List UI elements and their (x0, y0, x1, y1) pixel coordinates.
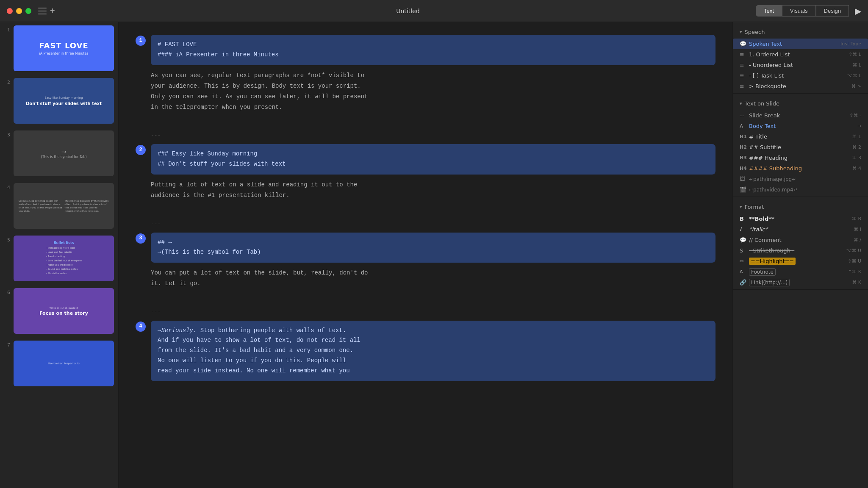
comment-label: // Comment (749, 237, 854, 243)
block-badge-4: 4 (136, 322, 146, 332)
strikethrough-icon: S (740, 247, 749, 254)
add-button[interactable]: + (50, 6, 55, 16)
sidebar-toggle-button[interactable] (38, 8, 47, 14)
footnote-shortcut: ^⌘ K (848, 269, 861, 274)
speech-section-header[interactable]: ▾ Speech (733, 27, 868, 39)
title-row[interactable]: H1 # Title ⌘ 1 (733, 131, 868, 142)
text-on-slide-header[interactable]: ▾ Text on Slide (733, 99, 868, 110)
slide-4-col-2: They'll be too distracted by the text wa… (65, 199, 109, 213)
slide-preview-5: Bullet lists – Increase cognitive load– … (14, 236, 114, 281)
body-text-2[interactable]: Putting a lot of text on a slide and rea… (136, 175, 715, 206)
subheading-row[interactable]: H4 #### Subheading ⌘ 4 (733, 163, 868, 174)
h4-icon: H4 (740, 166, 749, 171)
link-row[interactable]: 🔗 Link|(http://...) ⌘ K (733, 277, 868, 288)
body-text-3[interactable]: You can put a lot of text on the slide, … (136, 263, 715, 294)
slide-break-row[interactable]: --- Slide Break ⇧⌘ - (733, 110, 868, 121)
strikethrough-shortcut: ⌥⌘ U (846, 248, 861, 253)
blockquote-row[interactable]: ≡ > Blockquote ⌘ > (733, 81, 868, 92)
block-badge-1: 1 (136, 36, 146, 46)
slide-thumbnail-6[interactable]: 6 Write it, cut it, paste it Focus on th… (0, 285, 118, 337)
slide-thumbnail-2[interactable]: 2 Easy like Sunday morning Don't stuff y… (0, 75, 118, 127)
slide-content-3[interactable]: ## → →(This is the symbol for Tab) (151, 233, 715, 263)
slide-2-label: Easy like Sunday morning (44, 96, 83, 100)
bold-icon: B (740, 216, 749, 222)
editor-area[interactable]: 1 # FAST LOVE #### iA Presenter in three… (119, 22, 732, 488)
unordered-list-label: - Unordered List (749, 62, 852, 68)
body-text-1[interactable]: As you can see, regular text paragraphs … (136, 65, 715, 118)
subheading-shortcut: ⌘ 4 (852, 166, 862, 171)
title-shortcut: ⌘ 1 (852, 134, 862, 139)
tab-visuals[interactable]: Visuals (782, 5, 816, 17)
window-title: Untitled (64, 8, 752, 14)
slide-7-label: Use the text Inspector to (48, 362, 80, 365)
slide-number-4: 4 (4, 183, 10, 190)
tab-design[interactable]: Design (816, 5, 849, 17)
right-panel: ▾ Speech 💬 Spoken Text Just Type ≡ 1. Or… (732, 22, 868, 488)
image-icon: 🖼 (740, 176, 749, 182)
slide-number-3: 3 (4, 130, 10, 138)
task-list-row[interactable]: ≡ - [ ] Task List ⌥⌘ L (733, 70, 868, 81)
ordered-list-label: 1. Ordered List (749, 51, 849, 58)
image-label: ↵path/image.jpg↵ (749, 176, 861, 182)
slide-thumbnail-7[interactable]: 7 Use the text Inspector to (0, 337, 118, 390)
bold-row[interactable]: B **Bold** ⌘ B (733, 214, 868, 224)
slide-preview-1: FAST LOVE iA Presenter in three Minutes (14, 25, 114, 71)
ordered-list-row[interactable]: ≡ 1. Ordered List ⇧⌘ L (733, 49, 868, 60)
slide-thumbnail-3[interactable]: 3 → (This is the symbol for Tab) (0, 127, 118, 180)
slide-number-6: 6 (4, 288, 10, 295)
link-text: Link|(http://...) (749, 279, 790, 286)
slide-2-title: Don't stuff your slides with text (26, 101, 102, 106)
format-section-title: Format (745, 204, 764, 210)
slide-4-columns: Seriously. Stop bothering people with wa… (19, 199, 109, 213)
unordered-list-shortcut: ⌘ L (852, 62, 861, 68)
task-list-icon: ≡ (740, 72, 749, 79)
footnote-row[interactable]: A Footnote ^⌘ K (733, 266, 868, 277)
tab-text[interactable]: Text (756, 5, 782, 17)
slide-break-label: Slide Break (749, 112, 849, 119)
unordered-list-row[interactable]: ≡ - Unordered List ⌘ L (733, 60, 868, 70)
slide-thumbnail-4[interactable]: 4 Seriously. Stop bothering people with … (0, 180, 118, 232)
strikethrough-row[interactable]: S --Strikethrough-- ⌥⌘ U (733, 245, 868, 256)
italic-row[interactable]: I *Italic* ⌘ I (733, 224, 868, 235)
play-button[interactable]: ▶ (855, 6, 861, 16)
slide-content-2[interactable]: ### Easy like Sunday morning ## Don't st… (151, 144, 715, 175)
format-chevron-icon: ▾ (740, 204, 742, 210)
blockquote-icon: ≡ (740, 83, 749, 89)
italic-shortcut: ⌘ I (854, 227, 861, 232)
slide-content-1[interactable]: # FAST LOVE #### iA Presenter in three M… (151, 35, 715, 65)
slide-2-h3: ### Easy like Sunday morning (158, 150, 257, 157)
bold-shortcut: ⌘ B (852, 216, 861, 222)
subtitle-row[interactable]: H2 ## Subtitle ⌘ 2 (733, 142, 868, 152)
body-text-row[interactable]: A Body Text → (733, 121, 868, 131)
slide-number-2: 2 (4, 78, 10, 85)
toolbar-tabs: Text Visuals Design ▶ (756, 5, 861, 17)
comment-shortcut: ⌘ / (854, 237, 861, 243)
video-row[interactable]: 🎬 ↵path/video.mp4↵ (733, 184, 868, 195)
slide-thumbnail-5[interactable]: 5 Bullet lists – Increase cognitive load… (0, 232, 118, 285)
close-button[interactable] (7, 8, 13, 14)
text-on-slide-title: Text on Slide (745, 100, 779, 107)
minimize-button[interactable] (16, 8, 22, 14)
footnote-icon: A (740, 269, 749, 274)
slide-1-h4: #### iA Presenter in three Minutes (158, 51, 279, 58)
slide-6-label: Write it, cut it, paste it (50, 306, 78, 309)
slide-break-shortcut: ⇧⌘ - (849, 113, 861, 118)
highlight-label: ==Highlight== (749, 258, 848, 264)
heading-row[interactable]: H3 ### Heading ⌘ 3 (733, 152, 868, 163)
slide-6-title: Focus on the story (39, 311, 88, 316)
blockquote-label: > Blockquote (749, 83, 851, 89)
spoken-text-row[interactable]: 💬 Spoken Text Just Type (733, 39, 868, 49)
spoken-text-icon: 💬 (740, 41, 749, 47)
format-section-header[interactable]: ▾ Format (733, 202, 868, 214)
comment-row[interactable]: 💬 // Comment ⌘ / (733, 235, 868, 245)
slide-content-4[interactable]: →Seriously. Stop bothering people with w… (151, 321, 715, 381)
ordered-list-shortcut: ⇧⌘ L (849, 52, 861, 57)
slide-thumbnail-1[interactable]: 1 FAST LOVE iA Presenter in three Minute… (0, 22, 118, 75)
highlight-row[interactable]: ✏ ==Highlight== ⇧⌘ U (733, 256, 868, 266)
footnote-text: Footnote (749, 268, 776, 276)
image-row[interactable]: 🖼 ↵path/image.jpg↵ (733, 174, 868, 184)
link-shortcut: ⌘ K (852, 280, 861, 285)
slide-preview-3: → (This is the symbol for Tab) (14, 130, 114, 176)
comment-icon: 💬 (740, 237, 749, 243)
fullscreen-button[interactable] (25, 8, 31, 14)
